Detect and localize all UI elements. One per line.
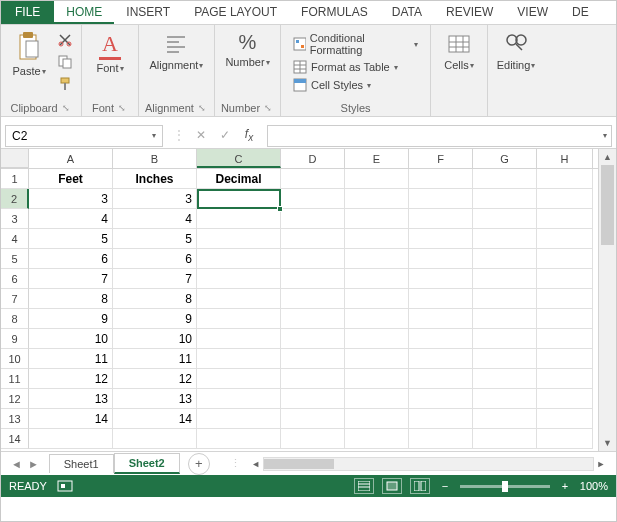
page-layout-view-button[interactable] <box>382 478 402 494</box>
hscroll-thumb[interactable] <box>264 459 334 469</box>
cell-H1[interactable] <box>537 169 593 189</box>
cell-D13[interactable] <box>281 409 345 429</box>
cell-E6[interactable] <box>345 269 409 289</box>
cell-F13[interactable] <box>409 409 473 429</box>
cell-F8[interactable] <box>409 309 473 329</box>
cell-G10[interactable] <box>473 349 537 369</box>
row-header-13[interactable]: 13 <box>1 409 29 429</box>
cell-B14[interactable] <box>113 429 197 449</box>
number-button[interactable]: % Number▾ <box>222 29 272 70</box>
cell-B9[interactable]: 10 <box>113 329 197 349</box>
col-header-A[interactable]: A <box>29 149 113 168</box>
cell-G7[interactable] <box>473 289 537 309</box>
cell-G9[interactable] <box>473 329 537 349</box>
tab-data[interactable]: DATA <box>380 1 434 24</box>
cell-C5[interactable] <box>197 249 281 269</box>
tab-page-layout[interactable]: PAGE LAYOUT <box>182 1 289 24</box>
row-header-12[interactable]: 12 <box>1 389 29 409</box>
cell-G13[interactable] <box>473 409 537 429</box>
scroll-up-button[interactable]: ▲ <box>599 149 616 165</box>
cell-C11[interactable] <box>197 369 281 389</box>
cell-C10[interactable] <box>197 349 281 369</box>
cell-G2[interactable] <box>473 189 537 209</box>
cell-A6[interactable]: 7 <box>29 269 113 289</box>
cell-H2[interactable] <box>537 189 593 209</box>
cell-B5[interactable]: 6 <box>113 249 197 269</box>
cell-E10[interactable] <box>345 349 409 369</box>
cell-H8[interactable] <box>537 309 593 329</box>
cell-G8[interactable] <box>473 309 537 329</box>
formula-bar[interactable]: ▾ <box>267 125 612 147</box>
macro-record-icon[interactable] <box>57 480 73 492</box>
cell-A2[interactable]: 3 <box>29 189 113 209</box>
cell-H5[interactable] <box>537 249 593 269</box>
cell-B8[interactable]: 9 <box>113 309 197 329</box>
zoom-level[interactable]: 100% <box>580 480 608 492</box>
cell-F12[interactable] <box>409 389 473 409</box>
cell-A9[interactable]: 10 <box>29 329 113 349</box>
alignment-button[interactable]: Alignment▾ <box>147 29 205 73</box>
cell-D7[interactable] <box>281 289 345 309</box>
cancel-formula-button[interactable]: ✕ <box>193 128 209 142</box>
cell-B7[interactable]: 8 <box>113 289 197 309</box>
cell-A10[interactable]: 11 <box>29 349 113 369</box>
cell-B2[interactable]: 3 <box>113 189 197 209</box>
cell-A7[interactable]: 8 <box>29 289 113 309</box>
vertical-scrollbar[interactable]: ▲ ▼ <box>598 149 616 451</box>
cell-H13[interactable] <box>537 409 593 429</box>
cell-B12[interactable]: 13 <box>113 389 197 409</box>
scroll-down-button[interactable]: ▼ <box>599 435 616 451</box>
fill-handle[interactable] <box>277 206 283 212</box>
cell-D8[interactable] <box>281 309 345 329</box>
cell-F7[interactable] <box>409 289 473 309</box>
cell-E5[interactable] <box>345 249 409 269</box>
tab-file[interactable]: FILE <box>1 1 54 24</box>
cell-A8[interactable]: 9 <box>29 309 113 329</box>
cell-C14[interactable] <box>197 429 281 449</box>
sheet-tab-2[interactable]: Sheet2 <box>114 453 180 474</box>
cell-F4[interactable] <box>409 229 473 249</box>
cell-F2[interactable] <box>409 189 473 209</box>
col-header-D[interactable]: D <box>281 149 345 168</box>
tab-review[interactable]: REVIEW <box>434 1 505 24</box>
number-dialog-launcher[interactable]: ⤡ <box>262 103 274 113</box>
row-header-7[interactable]: 7 <box>1 289 29 309</box>
cell-B13[interactable]: 14 <box>113 409 197 429</box>
row-header-14[interactable]: 14 <box>1 429 29 449</box>
zoom-out-button[interactable]: − <box>438 480 452 492</box>
cell-H3[interactable] <box>537 209 593 229</box>
cell-F6[interactable] <box>409 269 473 289</box>
tab-formulas[interactable]: FORMULAS <box>289 1 380 24</box>
conditional-formatting-button[interactable]: Conditional Formatting▾ <box>291 31 420 57</box>
cell-G11[interactable] <box>473 369 537 389</box>
page-break-view-button[interactable] <box>410 478 430 494</box>
row-header-11[interactable]: 11 <box>1 369 29 389</box>
col-header-F[interactable]: F <box>409 149 473 168</box>
cell-A1[interactable]: Feet <box>29 169 113 189</box>
cell-B1[interactable]: Inches <box>113 169 197 189</box>
cell-B3[interactable]: 4 <box>113 209 197 229</box>
cell-C7[interactable] <box>197 289 281 309</box>
scroll-left-button[interactable]: ◄ <box>249 459 263 469</box>
cell-A11[interactable]: 12 <box>29 369 113 389</box>
vscroll-track[interactable] <box>599 165 616 435</box>
cut-button[interactable] <box>55 31 75 49</box>
row-header-3[interactable]: 3 <box>1 209 29 229</box>
cell-D11[interactable] <box>281 369 345 389</box>
cells-button[interactable]: Cells▾ <box>437 29 481 73</box>
insert-function-button[interactable]: fx <box>241 127 257 143</box>
cell-C3[interactable] <box>197 209 281 229</box>
cell-C12[interactable] <box>197 389 281 409</box>
cell-A14[interactable] <box>29 429 113 449</box>
sheet-nav-next[interactable]: ► <box>28 458 39 470</box>
name-box-dropdown[interactable]: ▾ <box>152 131 156 140</box>
row-header-2[interactable]: 2 <box>1 189 29 209</box>
cell-C8[interactable] <box>197 309 281 329</box>
zoom-slider[interactable] <box>460 485 550 488</box>
cell-G1[interactable] <box>473 169 537 189</box>
cell-E8[interactable] <box>345 309 409 329</box>
cell-D1[interactable] <box>281 169 345 189</box>
cell-E9[interactable] <box>345 329 409 349</box>
cell-A5[interactable]: 6 <box>29 249 113 269</box>
sheet-nav-prev[interactable]: ◄ <box>11 458 22 470</box>
